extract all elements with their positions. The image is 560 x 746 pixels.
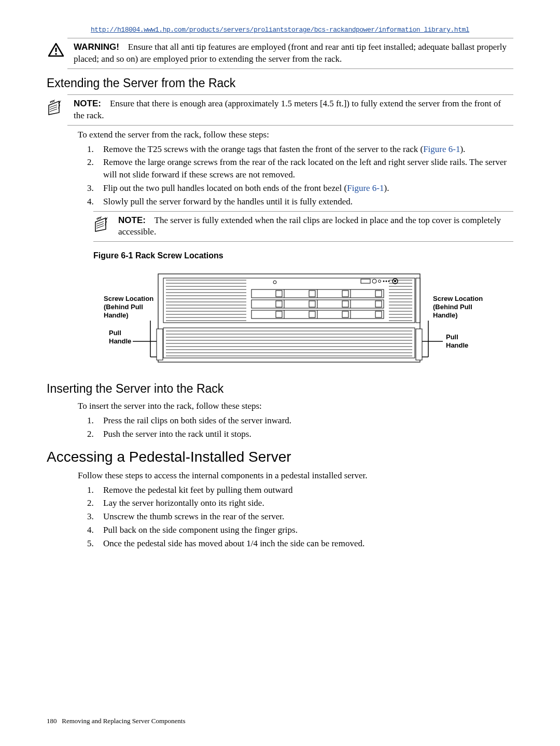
- divider: [93, 241, 513, 242]
- warning-label: WARNING!: [74, 42, 119, 52]
- list-item: Once the pedestal side has moved about 1…: [96, 537, 513, 550]
- list-item: Press the rail clips on both sides of th…: [96, 415, 513, 427]
- svg-text:(Behind Pull: (Behind Pull: [104, 303, 143, 311]
- warning-block: WARNING! Ensure that all anti tip featur…: [47, 42, 513, 65]
- svg-rect-74: [361, 279, 370, 283]
- heading-extending: Extending the Server from the Rack: [47, 76, 513, 90]
- svg-point-1: [55, 53, 57, 55]
- note-icon: [94, 216, 111, 232]
- svg-rect-71: [342, 311, 348, 317]
- page-footer: 180 Removing and Replacing Server Compon…: [47, 717, 186, 725]
- svg-point-73: [273, 281, 276, 284]
- divider: [67, 125, 513, 126]
- figure-link[interactable]: Figure 6-1: [347, 183, 384, 193]
- intro-text: To extend the server from the rack, foll…: [78, 129, 513, 141]
- nested-note: NOTE: The server is fully extended when …: [93, 211, 513, 242]
- list-item: Remove the large orange screws from the …: [96, 156, 513, 181]
- note-text: The server is fully extended when the ra…: [118, 215, 501, 237]
- svg-rect-92: [416, 329, 422, 360]
- svg-text:(Behind Pull: (Behind Pull: [433, 303, 472, 311]
- svg-text:Handle): Handle): [433, 311, 458, 319]
- svg-point-81: [394, 280, 396, 282]
- heading-inserting: Inserting the Server into the Rack: [47, 382, 513, 396]
- figure-caption: Figure 6-1 Rack Screw Locations: [93, 251, 513, 260]
- warning-text: Ensure that all anti tip features are em…: [74, 42, 507, 64]
- svg-rect-64: [375, 291, 382, 297]
- svg-rect-19: [163, 278, 415, 323]
- note-block: NOTE: Ensure that there is enough area (…: [47, 98, 513, 122]
- list-item: Flip out the two pull handles located on…: [96, 182, 513, 195]
- svg-point-78: [386, 281, 387, 282]
- list-item: Pull back on the side component using th…: [96, 524, 513, 536]
- list-item: Unscrew the thumb screws in the rear of …: [96, 510, 513, 523]
- divider: [67, 68, 513, 69]
- svg-text:Handle: Handle: [446, 341, 468, 349]
- steps-list: Remove the pedestal kit feet by pulling …: [96, 484, 513, 550]
- svg-text:Pull: Pull: [109, 329, 121, 337]
- divider: [67, 94, 513, 95]
- list-item: Slowly pull the server forward by the ha…: [96, 196, 513, 208]
- svg-point-79: [388, 281, 390, 282]
- note-text: Ensure that there is enough area (approx…: [74, 99, 501, 120]
- figure-link[interactable]: Figure 6-1: [423, 144, 460, 154]
- heading-pedestal: Accessing a Pedestal-Installed Server: [47, 449, 513, 465]
- svg-text:Pull: Pull: [446, 333, 458, 341]
- svg-rect-0: [55, 48, 57, 52]
- intro-text: To insert the server into the rack, foll…: [78, 400, 513, 412]
- note-icon: [48, 99, 64, 116]
- divider: [93, 211, 513, 212]
- chapter-title: Removing and Replacing Server Components: [62, 717, 185, 725]
- url-link[interactable]: http://h18004.www1.hp.com/products/serve…: [47, 26, 513, 34]
- svg-rect-68: [375, 301, 382, 307]
- list-item: Lay the server horizontally onto its rig…: [96, 497, 513, 509]
- svg-text:Handle: Handle: [109, 337, 131, 345]
- figure-diagram: Screw Location (Behind Pull Handle) Pull…: [47, 269, 513, 372]
- svg-rect-70: [309, 311, 315, 317]
- list-item: Remove the T25 screws with the orange ta…: [96, 143, 513, 156]
- svg-rect-72: [375, 311, 382, 317]
- svg-rect-61: [276, 291, 282, 297]
- svg-rect-20: [163, 328, 415, 358]
- svg-rect-18: [158, 274, 420, 362]
- note-label: NOTE:: [74, 99, 101, 108]
- svg-rect-66: [309, 301, 315, 307]
- svg-point-75: [372, 279, 376, 283]
- intro-text: Follow these steps to access the interna…: [78, 469, 513, 482]
- list-item: Remove the pedestal kit feet by pulling …: [96, 484, 513, 496]
- page-number: 180: [47, 717, 57, 725]
- warning-icon: [48, 43, 64, 57]
- svg-point-77: [383, 281, 385, 282]
- svg-rect-62: [309, 291, 315, 297]
- divider: [67, 38, 513, 38]
- svg-text:Handle): Handle): [104, 311, 129, 319]
- svg-rect-93: [416, 278, 420, 323]
- svg-rect-69: [276, 311, 282, 317]
- note-label: NOTE:: [118, 215, 146, 225]
- svg-rect-91: [157, 329, 163, 360]
- svg-text:Screw Location: Screw Location: [104, 295, 153, 302]
- svg-point-76: [379, 280, 381, 283]
- list-item: Push the server into the rack until it s…: [96, 428, 513, 440]
- svg-rect-63: [342, 291, 348, 297]
- steps-list: Remove the T25 screws with the orange ta…: [96, 143, 513, 208]
- svg-rect-67: [342, 301, 348, 307]
- svg-text:Screw Location: Screw Location: [433, 295, 483, 302]
- steps-list: Press the rail clips on both sides of th…: [96, 415, 513, 440]
- svg-rect-65: [276, 301, 282, 307]
